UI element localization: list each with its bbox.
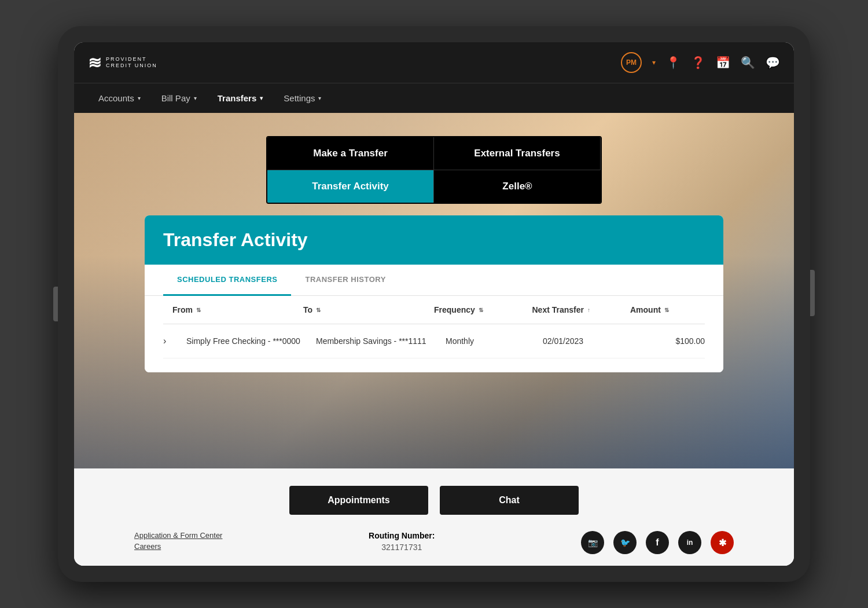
sort-to-icon[interactable]: ⇅ bbox=[316, 307, 321, 313]
card-header: Transfer Activity bbox=[145, 215, 723, 265]
logo-sub: CREDIT UNION bbox=[106, 63, 157, 69]
nav-accounts[interactable]: Accounts ▾ bbox=[88, 83, 151, 113]
accounts-chevron-icon: ▾ bbox=[138, 95, 141, 101]
search-icon[interactable]: 🔍 bbox=[741, 56, 755, 69]
footer-social: 📷 🐦 f in ✱ bbox=[581, 531, 734, 554]
td-frequency: Monthly bbox=[446, 336, 543, 346]
sort-from-icon[interactable]: ⇅ bbox=[196, 307, 201, 313]
message-icon[interactable]: 💬 bbox=[766, 56, 780, 69]
td-from: Simply Free Checking - ***0000 bbox=[186, 336, 316, 346]
transfer-menu: Make a Transfer External Transfers Trans… bbox=[266, 136, 602, 204]
avatar-button[interactable]: PM bbox=[621, 52, 642, 73]
row-expand-icon[interactable]: › bbox=[163, 336, 186, 346]
calendar-icon[interactable]: 📅 bbox=[716, 56, 730, 69]
td-next-transfer: 02/01/2023 bbox=[543, 336, 640, 346]
card-title: Transfer Activity bbox=[163, 229, 705, 251]
careers-link[interactable]: Careers bbox=[134, 542, 222, 551]
instagram-icon[interactable]: 📷 bbox=[581, 531, 604, 554]
subtab-scheduled[interactable]: SCHEDULED TRANSFERS bbox=[163, 265, 291, 296]
th-frequency: Frequency ⇅ bbox=[434, 305, 532, 314]
footer-buttons: Appointments Chat bbox=[88, 486, 780, 515]
routing-number: 321171731 bbox=[369, 543, 435, 552]
location-icon[interactable]: 📍 bbox=[666, 56, 681, 69]
nav-icons: PM ▾ 📍 ❓ 📅 🔍 💬 bbox=[621, 52, 780, 73]
sort-amount-icon[interactable]: ⇅ bbox=[664, 307, 669, 313]
sort-next-icon[interactable]: ↑ bbox=[587, 307, 590, 313]
content-card: Transfer Activity SCHEDULED TRANSFERS TR… bbox=[145, 215, 723, 372]
avatar-chevron-icon: ▾ bbox=[652, 58, 656, 67]
appointments-button[interactable]: Appointments bbox=[289, 486, 428, 515]
routing-label: Routing Number: bbox=[369, 531, 435, 540]
sub-tabs: SCHEDULED TRANSFERS TRANSFER HISTORY bbox=[145, 265, 723, 296]
logo-icon: ≋ bbox=[88, 53, 100, 72]
hero-area: Make a Transfer External Transfers Trans… bbox=[74, 113, 794, 468]
side-button-left bbox=[53, 287, 58, 321]
td-amount: $100.00 bbox=[640, 336, 705, 346]
nav-transfers[interactable]: Transfers ▾ bbox=[207, 83, 274, 113]
top-nav: ≋ PROVIDENT CREDIT UNION PM ▾ 📍 ❓ 📅 🔍 💬 bbox=[74, 42, 794, 83]
th-to: To ⇅ bbox=[303, 305, 434, 314]
card-body: SCHEDULED TRANSFERS TRANSFER HISTORY Fro… bbox=[145, 265, 723, 372]
logo-logo-text: PROVIDENT CREDIT UNION bbox=[106, 56, 157, 69]
tab-make-transfer[interactable]: Make a Transfer bbox=[267, 137, 434, 170]
yelp-icon[interactable]: ✱ bbox=[711, 531, 734, 554]
avatar-initials: PM bbox=[626, 58, 637, 67]
subtab-history[interactable]: TRANSFER HISTORY bbox=[291, 265, 399, 296]
tab-transfer-activity[interactable]: Transfer Activity bbox=[267, 170, 434, 203]
billpay-chevron-icon: ▾ bbox=[194, 95, 197, 101]
chat-button[interactable]: Chat bbox=[440, 486, 579, 515]
logo-area: ≋ PROVIDENT CREDIT UNION bbox=[88, 53, 157, 72]
help-icon[interactable]: ❓ bbox=[691, 56, 705, 69]
sort-frequency-icon[interactable]: ⇅ bbox=[479, 307, 483, 313]
settings-chevron-icon: ▾ bbox=[318, 95, 321, 101]
data-table: From ⇅ To ⇅ Frequency ⇅ bbox=[145, 296, 723, 372]
tab-external-transfers[interactable]: External Transfers bbox=[434, 137, 601, 170]
tab-zelle[interactable]: Zelle® bbox=[434, 170, 601, 203]
nav-bill-pay[interactable]: Bill Pay ▾ bbox=[151, 83, 207, 113]
nav-settings[interactable]: Settings ▾ bbox=[273, 83, 332, 113]
twitter-icon[interactable]: 🐦 bbox=[613, 531, 637, 554]
linkedin-icon[interactable]: in bbox=[678, 531, 701, 554]
device-frame: ≋ PROVIDENT CREDIT UNION PM ▾ 📍 ❓ 📅 🔍 💬 bbox=[58, 26, 810, 582]
th-amount: Amount ⇅ bbox=[630, 305, 696, 314]
transfers-chevron-icon: ▾ bbox=[260, 95, 263, 101]
th-next-transfer: Next Transfer ↑ bbox=[532, 305, 631, 314]
application-form-link[interactable]: Application & Form Center bbox=[134, 531, 222, 540]
logo-brand: PROVIDENT bbox=[106, 56, 157, 63]
table-header: From ⇅ To ⇅ Frequency ⇅ bbox=[163, 296, 705, 324]
table-row: › Simply Free Checking - ***0000 Members… bbox=[163, 324, 705, 358]
th-from: From ⇅ bbox=[172, 305, 303, 314]
device-screen: ≋ PROVIDENT CREDIT UNION PM ▾ 📍 ❓ 📅 🔍 💬 bbox=[74, 42, 794, 566]
footer-left: Application & Form Center Careers bbox=[134, 531, 222, 553]
td-to: Membership Savings - ***1111 bbox=[316, 336, 446, 346]
footer-area: Appointments Chat Application & Form Cen… bbox=[74, 468, 794, 566]
facebook-icon[interactable]: f bbox=[646, 531, 669, 554]
footer-center: Routing Number: 321171731 bbox=[369, 531, 435, 552]
main-nav: Accounts ▾ Bill Pay ▾ Transfers ▾ Settin… bbox=[74, 83, 794, 113]
footer-links: Application & Form Center Careers Routin… bbox=[88, 531, 780, 554]
side-button-right bbox=[810, 270, 815, 316]
